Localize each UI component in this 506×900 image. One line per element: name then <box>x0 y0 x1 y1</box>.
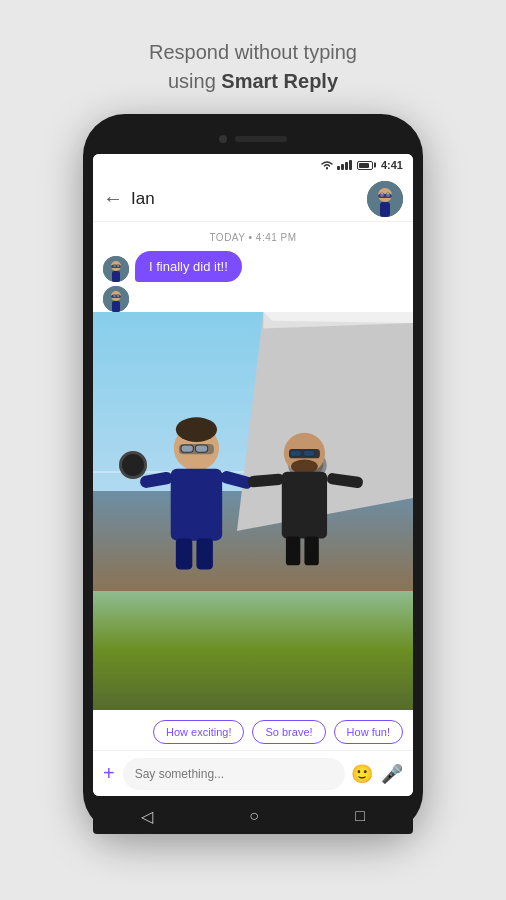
svg-rect-37 <box>290 450 301 456</box>
plane-wheel <box>119 451 147 479</box>
svg-rect-32 <box>196 538 212 569</box>
svg-rect-17 <box>117 295 120 298</box>
svg-point-33 <box>176 417 217 442</box>
svg-rect-38 <box>303 450 314 456</box>
mic-button[interactable]: 🎤 <box>381 763 403 785</box>
header-line2-normal: using <box>168 70 221 92</box>
back-nav-button[interactable]: ◁ <box>141 807 153 826</box>
sender-avatar-image-2 <box>103 286 129 312</box>
home-nav-button[interactable]: ○ <box>249 807 259 825</box>
status-time: 4:41 <box>381 159 403 171</box>
add-button[interactable]: + <box>103 762 115 785</box>
chat-area: TODAY • 4:41 PM I finally did it! <box>93 222 413 796</box>
back-button[interactable]: ← <box>103 187 123 210</box>
header-line1: Respond without typing <box>149 41 357 63</box>
avatar-placeholder <box>367 181 403 217</box>
svg-point-35 <box>291 459 318 473</box>
smart-reply-area: How exciting! So brave! How fun! <box>93 710 413 750</box>
second-avatar-row <box>103 286 403 312</box>
svg-rect-43 <box>304 536 318 565</box>
message-row: I finally did it!! <box>103 251 403 282</box>
bottom-nav: ◁ ○ □ <box>93 798 413 834</box>
svg-rect-40 <box>247 473 284 487</box>
svg-rect-10 <box>113 265 116 268</box>
svg-rect-12 <box>112 271 120 282</box>
svg-rect-31 <box>176 538 192 569</box>
svg-rect-41 <box>326 472 363 488</box>
svg-rect-6 <box>380 202 390 217</box>
people-figures <box>109 400 397 599</box>
message-input[interactable] <box>123 758 345 790</box>
svg-rect-26 <box>181 445 193 452</box>
signal-icon <box>337 160 352 170</box>
emoji-button[interactable]: 🙂 <box>351 763 373 785</box>
app-bar: ← Ian <box>93 176 413 222</box>
message-bubble: I finally did it!! <box>135 251 242 282</box>
sender-avatar-image <box>103 256 129 282</box>
svg-rect-39 <box>282 471 327 538</box>
sender-avatar-2 <box>103 286 129 312</box>
input-bar: + 🙂 🎤 <box>93 750 413 796</box>
phone-shell: 4:41 ← Ian <box>83 114 423 834</box>
contact-avatar[interactable] <box>367 181 403 217</box>
messages-container: TODAY • 4:41 PM I finally did it! <box>93 222 413 312</box>
skydive-photo <box>93 312 413 710</box>
svg-rect-18 <box>112 301 120 312</box>
front-camera <box>219 135 227 143</box>
sender-avatar <box>103 256 129 282</box>
svg-rect-42 <box>286 536 300 565</box>
wifi-icon <box>320 160 334 170</box>
avatar-image <box>367 181 403 217</box>
ground <box>93 591 413 710</box>
svg-rect-11 <box>117 265 120 268</box>
phone-speaker <box>235 136 287 142</box>
battery-icon <box>357 161 373 170</box>
svg-point-0 <box>326 168 328 170</box>
reply-chip-1[interactable]: How exciting! <box>153 720 244 744</box>
phone-top-bezel <box>93 128 413 150</box>
svg-rect-4 <box>380 193 384 197</box>
contact-name: Ian <box>131 189 367 209</box>
phone-screen: 4:41 ← Ian <box>93 154 413 796</box>
svg-rect-16 <box>113 295 116 298</box>
svg-rect-28 <box>171 468 222 540</box>
header-line2-bold: Smart Reply <box>221 70 338 92</box>
input-icons: 🙂 🎤 <box>351 763 403 785</box>
status-bar: 4:41 <box>93 154 413 176</box>
svg-rect-5 <box>386 193 390 197</box>
reply-chip-2[interactable]: So brave! <box>252 720 325 744</box>
svg-rect-27 <box>195 445 207 452</box>
reply-chip-3[interactable]: How fun! <box>334 720 403 744</box>
recent-nav-button[interactable]: □ <box>355 807 365 825</box>
status-icons <box>320 160 373 170</box>
promo-header: Respond without typing using Smart Reply <box>149 38 357 96</box>
date-label: TODAY • 4:41 PM <box>103 232 403 243</box>
